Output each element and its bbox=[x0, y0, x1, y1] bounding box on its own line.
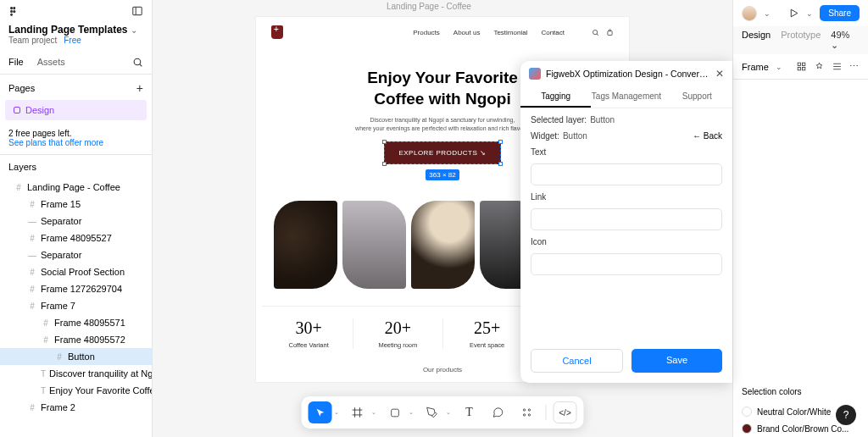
page-item-design[interactable]: Design bbox=[5, 100, 147, 120]
frame-label[interactable]: Frame bbox=[742, 62, 769, 72]
team-label[interactable]: Team project bbox=[8, 36, 57, 45]
layer-item[interactable]: #Frame 15 bbox=[0, 196, 152, 213]
line-icon: — bbox=[27, 217, 37, 226]
resize-handle[interactable] bbox=[498, 162, 503, 166]
frame-icon: # bbox=[27, 234, 37, 243]
svg-point-4 bbox=[13, 9, 15, 12]
shape-tool-icon[interactable] bbox=[383, 401, 407, 423]
avatar[interactable] bbox=[742, 6, 757, 21]
dev-mode-toggle-icon[interactable]: </> bbox=[554, 401, 577, 423]
tidy-icon[interactable] bbox=[814, 61, 825, 72]
plugin-title: FigwebX Optimization Design - Convert Fi… bbox=[546, 69, 710, 79]
gallery-image bbox=[411, 201, 475, 289]
frame-tool-icon[interactable] bbox=[346, 401, 370, 423]
layer-item[interactable]: #Frame 48095571 bbox=[0, 314, 152, 331]
more-icon[interactable]: ⋯ bbox=[849, 61, 860, 72]
cancel-button[interactable]: Cancel bbox=[531, 349, 623, 373]
chevron-down-icon[interactable]: ⌄ bbox=[131, 25, 137, 35]
hero-subtext: Discover tranquility at Ngopi a sanctuar… bbox=[355, 116, 530, 133]
plugin-tab-support[interactable]: Support bbox=[662, 86, 732, 108]
layer-item[interactable]: —Separator bbox=[0, 213, 152, 230]
tab-file[interactable]: File bbox=[8, 53, 24, 70]
frame-icon: # bbox=[54, 352, 64, 362]
canvas-toolbar: ⌄ ⌄ ⌄ ⌄ T </> bbox=[302, 396, 584, 429]
text-icon: T bbox=[41, 369, 46, 379]
file-title[interactable]: Landing Page Templates bbox=[8, 24, 127, 36]
line-icon: — bbox=[27, 251, 37, 260]
svg-point-17 bbox=[523, 409, 525, 411]
field-label-icon: Icon bbox=[531, 237, 722, 246]
frame-icon: # bbox=[27, 301, 37, 311]
layer-item[interactable]: #Frame 48095572 bbox=[0, 331, 152, 348]
layer-item[interactable]: #Frame 2 bbox=[0, 399, 152, 416]
chevron-down-icon[interactable]: ⌄ bbox=[334, 409, 339, 416]
see-plans-link[interactable]: See plans that offer more bbox=[8, 138, 103, 147]
svg-marker-21 bbox=[792, 9, 798, 17]
icon-input[interactable] bbox=[531, 253, 722, 275]
distribute-icon[interactable] bbox=[832, 61, 843, 72]
plan-label[interactable]: Free bbox=[64, 36, 81, 45]
layer-item[interactable]: #Social Proof Section bbox=[0, 263, 152, 280]
plugin-tab-tags-management[interactable]: Tags Management bbox=[591, 86, 661, 108]
layer-item[interactable]: #Frame 1272629704 bbox=[0, 280, 152, 297]
comment-tool-icon[interactable] bbox=[487, 401, 510, 423]
layer-item[interactable]: TEnjoy Your Favorite Coffee w bbox=[0, 382, 152, 399]
chevron-down-icon[interactable]: ⌄ bbox=[806, 9, 813, 18]
layer-item[interactable]: #Frame 48095527 bbox=[0, 230, 152, 246]
stat-label: Coffee Variant bbox=[264, 341, 353, 349]
svg-line-10 bbox=[597, 34, 598, 36]
share-button[interactable]: Share bbox=[820, 5, 860, 21]
chevron-down-icon[interactable]: ⌄ bbox=[764, 9, 771, 18]
chevron-down-icon[interactable]: ⌄ bbox=[446, 409, 451, 416]
frame-icon: # bbox=[41, 335, 51, 345]
svg-point-20 bbox=[528, 414, 530, 416]
stat-number: 30+ bbox=[264, 318, 353, 338]
text-tool-icon[interactable]: T bbox=[458, 401, 481, 423]
zoom-level[interactable]: 49% ⌄ bbox=[831, 30, 860, 51]
layer-item-button[interactable]: #Button bbox=[0, 348, 152, 365]
products-header: Our products bbox=[423, 366, 462, 373]
close-icon[interactable]: ✕ bbox=[715, 68, 724, 80]
help-fab-icon[interactable]: ? bbox=[836, 405, 856, 425]
layer-root[interactable]: #Landing Page - Coffee bbox=[0, 179, 152, 196]
present-icon[interactable] bbox=[788, 8, 799, 19]
resize-handle[interactable] bbox=[498, 140, 503, 144]
layer-item[interactable]: #Frame 7 bbox=[0, 297, 152, 314]
tab-assets[interactable]: Assets bbox=[37, 53, 65, 70]
add-page-icon[interactable]: + bbox=[136, 81, 143, 95]
free-pages-notice: 2 free pages left. See plans that offer … bbox=[0, 122, 152, 155]
panel-layout-icon[interactable] bbox=[131, 5, 143, 17]
search-icon[interactable] bbox=[132, 57, 143, 68]
svg-rect-25 bbox=[802, 68, 804, 70]
move-tool-icon[interactable] bbox=[309, 401, 332, 423]
tab-prototype[interactable]: Prototype bbox=[781, 30, 821, 51]
tab-design[interactable]: Design bbox=[742, 30, 771, 51]
cta-button-selected[interactable]: EXPLORE PRODUCTS ↘ bbox=[384, 141, 500, 164]
save-button[interactable]: Save bbox=[632, 349, 722, 373]
align-icon[interactable] bbox=[796, 61, 807, 72]
svg-rect-24 bbox=[798, 68, 800, 70]
chevron-down-icon[interactable]: ⌄ bbox=[409, 409, 414, 416]
text-input[interactable] bbox=[531, 163, 722, 185]
figma-menu-icon[interactable] bbox=[8, 6, 19, 17]
svg-rect-11 bbox=[608, 30, 612, 35]
svg-rect-5 bbox=[133, 7, 142, 14]
chevron-down-icon[interactable]: ⌄ bbox=[371, 409, 376, 416]
layer-item[interactable]: TDiscover tranquility at Ngopi bbox=[0, 365, 152, 382]
pen-tool-icon[interactable] bbox=[420, 401, 444, 423]
color-swatch bbox=[742, 407, 752, 417]
chevron-down-icon[interactable]: ⌄ bbox=[776, 63, 782, 71]
plugin-tab-tagging[interactable]: Tagging bbox=[520, 86, 591, 108]
resize-handle[interactable] bbox=[382, 140, 387, 144]
layer-item[interactable]: —Separator bbox=[0, 246, 152, 263]
resize-handle[interactable] bbox=[382, 162, 387, 166]
link-input[interactable] bbox=[531, 208, 722, 230]
svg-rect-1 bbox=[10, 9, 13, 12]
actions-tool-icon[interactable] bbox=[515, 401, 539, 423]
frame-icon: # bbox=[27, 285, 37, 294]
widget-value: Button bbox=[563, 131, 587, 141]
selected-layer-value: Button bbox=[590, 115, 615, 124]
gallery-image bbox=[342, 201, 406, 289]
canvas-tab-label[interactable]: Landing Page - Coffee bbox=[387, 2, 471, 11]
back-button[interactable]: ← Back bbox=[693, 131, 722, 141]
